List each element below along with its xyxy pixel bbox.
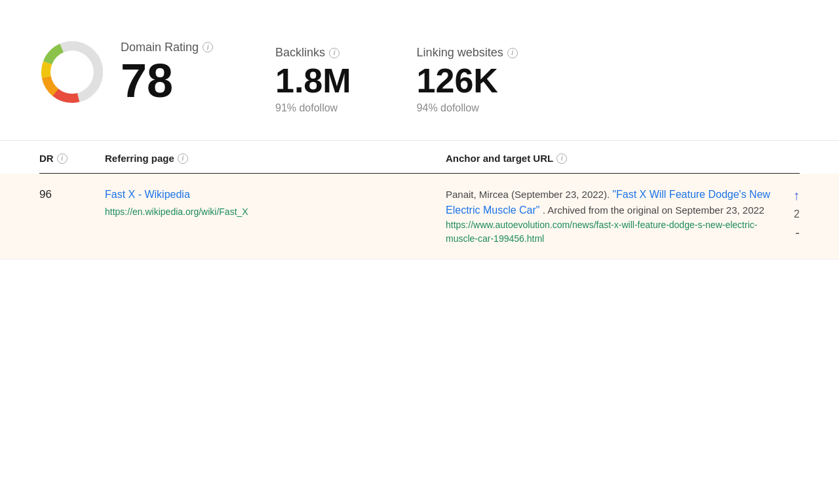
metrics-group: Backlinks i 1.8M 91% dofollow Linking we…: [275, 39, 518, 114]
table-row: 96 Fast X - Wikipedia https://en.wikiped…: [0, 174, 839, 260]
col-anchor-label: Anchor and target URL: [446, 153, 553, 164]
domain-rating-donut: [39, 39, 105, 105]
extra-num: 2: [794, 208, 800, 220]
referring-page-url[interactable]: https://en.wikipedia.org/wiki/Fast_X: [105, 206, 248, 217]
col-header-referring: Referring page i: [105, 153, 446, 164]
domain-rating-block: Domain Rating i 78: [39, 39, 223, 105]
col-header-anchor: Anchor and target URL i: [446, 153, 773, 164]
linking-block: Linking websites i 126K 94% dofollow: [417, 46, 518, 114]
backlinks-block: Backlinks i 1.8M 91% dofollow: [275, 46, 351, 114]
backlinks-label: Backlinks i: [275, 46, 351, 60]
referring-page-link[interactable]: Fast X - Wikipedia: [105, 187, 446, 203]
col-dr-label: DR: [39, 153, 54, 164]
col-anchor-info-icon[interactable]: i: [556, 153, 567, 164]
domain-rating-label: Domain Rating i: [121, 41, 213, 54]
cell-anchor: Panait, Mircea (September 23, 2022). "Fa…: [446, 187, 773, 246]
anchor-text-before: Panait, Mircea (September 23, 2022).: [446, 189, 612, 200]
backlinks-label-text: Backlinks: [275, 46, 325, 60]
col-dr-info-icon[interactable]: i: [57, 153, 68, 164]
col-referring-label: Referring page: [105, 153, 174, 164]
table-header: DR i Referring page i Anchor and target …: [39, 141, 800, 174]
extra-dash: -: [795, 225, 800, 241]
col-header-dr: DR i: [39, 153, 105, 164]
metrics-section: Domain Rating i 78 Backlinks i 1.8M 91% …: [0, 0, 839, 141]
extra-up-icon[interactable]: ↑: [793, 188, 800, 203]
domain-rating-info: Domain Rating i 78: [121, 41, 213, 104]
cell-dr: 96: [39, 187, 105, 201]
target-url[interactable]: https://www.autoevolution.com/news/fast-…: [446, 220, 757, 244]
cell-extra: ↑ 2 -: [773, 187, 800, 241]
domain-rating-value: 78: [121, 57, 213, 104]
linking-info-icon[interactable]: i: [507, 48, 518, 58]
domain-rating-label-text: Domain Rating: [121, 41, 199, 54]
domain-rating-info-icon[interactable]: i: [203, 42, 213, 52]
backlinks-info-icon[interactable]: i: [329, 48, 340, 58]
linking-sub: 94% dofollow: [417, 102, 518, 114]
col-referring-info-icon[interactable]: i: [178, 153, 188, 164]
cell-referring: Fast X - Wikipedia https://en.wikipedia.…: [105, 187, 446, 219]
linking-label: Linking websites i: [417, 46, 518, 60]
dr-value: 96: [39, 188, 52, 201]
backlinks-value: 1.8M: [275, 62, 351, 100]
svg-point-6: [52, 52, 92, 92]
linking-value: 126K: [417, 62, 518, 100]
backlinks-sub: 91% dofollow: [275, 102, 351, 114]
linking-label-text: Linking websites: [417, 46, 503, 60]
backlinks-table: DR i Referring page i Anchor and target …: [0, 141, 839, 260]
anchor-text-after: . Archived from the original on Septembe…: [539, 204, 764, 216]
